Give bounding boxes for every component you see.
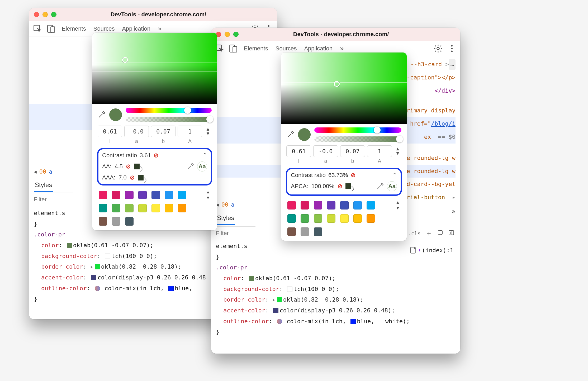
palette-swatch[interactable] — [353, 214, 362, 223]
css-value[interactable]: color-mix(in lch, — [287, 318, 346, 325]
css-property[interactable]: border-color — [41, 263, 83, 270]
color-swatch-icon[interactable] — [287, 287, 292, 292]
palette-swatch[interactable] — [112, 204, 120, 212]
palette-swatch[interactable] — [314, 227, 322, 236]
css-property[interactable]: background-color — [41, 253, 97, 259]
css-property[interactable]: border-color — [223, 296, 265, 303]
value-alpha-input[interactable]: 1 — [367, 145, 392, 157]
palette-swatch[interactable] — [138, 191, 147, 199]
css-property[interactable]: color — [41, 242, 59, 249]
palette-swatch[interactable] — [165, 191, 173, 199]
value-b-input[interactable]: 0.07 — [151, 126, 176, 137]
tab-elements[interactable]: Elements — [60, 25, 88, 32]
css-value[interactable]: color-mix(in lch, — [105, 285, 164, 292]
fix-swatch-icon[interactable] — [138, 175, 144, 180]
palette-swatch[interactable] — [125, 204, 134, 212]
palette-swatch[interactable] — [138, 204, 147, 212]
css-value[interactable]: oklab(0.82 -0.28 0.18); — [101, 263, 182, 270]
css-value[interactable]: oklab(0.61 -0.07 0.07); — [73, 242, 154, 249]
window-zoom-button[interactable] — [233, 32, 239, 37]
css-value[interactable]: lch(100 0 0); — [111, 253, 157, 259]
palette-stepper[interactable]: ▲▼ — [206, 190, 210, 200]
palette-swatch[interactable] — [178, 204, 186, 212]
chevron-up-icon[interactable]: ⌃ — [202, 152, 207, 159]
color-swatch-icon[interactable] — [273, 308, 278, 313]
cls-toggle[interactable]: .cls — [408, 230, 421, 237]
css-value[interactable]: oklab(0.61 -0.07 0.07); — [255, 275, 336, 282]
palette-swatch[interactable] — [178, 191, 186, 199]
sv-cursor[interactable] — [334, 81, 340, 87]
color-swatch-icon[interactable] — [91, 275, 96, 280]
palette-swatch[interactable] — [287, 214, 296, 223]
css-value[interactable]: lch(100 0 0); — [293, 286, 339, 292]
crumb-item[interactable]: 00 — [221, 201, 229, 208]
crumb-item[interactable]: a — [231, 201, 234, 208]
color-swatch-icon[interactable] — [379, 319, 384, 324]
palette-swatch[interactable] — [301, 227, 309, 236]
tab-application[interactable]: Application — [302, 45, 334, 52]
value-alpha-input[interactable]: 1 — [178, 126, 202, 137]
tab-styles[interactable]: Styles — [34, 179, 53, 192]
eyedropper-icon[interactable] — [376, 183, 384, 190]
css-property[interactable]: outline-color — [41, 285, 87, 292]
fix-swatch-icon[interactable] — [134, 164, 140, 169]
chevron-up-icon[interactable]: ⌃ — [392, 172, 397, 179]
palette-swatch[interactable] — [340, 201, 349, 209]
palette-swatch[interactable] — [327, 214, 335, 223]
palette-swatch[interactable] — [314, 214, 322, 223]
format-stepper[interactable]: ▲▼ — [204, 127, 212, 136]
saturation-value-field[interactable] — [281, 53, 407, 124]
palette-swatch[interactable] — [367, 201, 375, 209]
filter-input[interactable]: Filter — [216, 226, 255, 240]
sv-cursor[interactable] — [122, 57, 128, 63]
inspect-element-icon[interactable] — [33, 24, 42, 34]
overflow-tabs-icon[interactable]: » — [338, 44, 345, 53]
color-mix-icon[interactable] — [277, 319, 282, 324]
css-property[interactable]: background-color — [223, 286, 279, 292]
window-zoom-button[interactable] — [51, 12, 56, 17]
color-swatch-icon[interactable] — [105, 254, 110, 259]
css-value[interactable]: oklab(0.82 -0.28 0.18); — [283, 296, 364, 303]
value-a-input[interactable]: -0.0 — [124, 126, 149, 137]
css-property[interactable]: outline-color — [223, 318, 269, 325]
palette-swatch[interactable] — [314, 201, 322, 209]
color-swatch-icon[interactable] — [249, 276, 254, 281]
alpha-slider[interactable] — [126, 117, 212, 122]
fix-swatch-icon[interactable] — [345, 183, 351, 189]
tab-application[interactable]: Application — [120, 25, 152, 32]
overflow-tabs-icon[interactable]: » — [156, 25, 163, 33]
value-l-input[interactable]: 0.61 — [98, 126, 122, 137]
value-b-input[interactable]: 0.07 — [340, 145, 365, 157]
color-swatch-icon[interactable] — [67, 243, 72, 248]
color-swatch-icon[interactable] — [197, 286, 202, 291]
palette-stepper[interactable]: ▲▼ — [396, 200, 400, 211]
panel-layout-icon[interactable] — [448, 230, 454, 237]
palette-swatch[interactable] — [151, 191, 160, 199]
eyedropper-icon[interactable] — [187, 163, 194, 170]
css-value[interactable]: color(display-p3 0.26 0.26 0.48 — [97, 274, 206, 281]
palette-swatch[interactable] — [287, 227, 296, 236]
value-a-input[interactable]: -0.0 — [313, 145, 338, 157]
css-property[interactable]: color — [223, 275, 241, 282]
palette-swatch[interactable] — [287, 201, 296, 209]
saturation-value-field[interactable] — [92, 33, 217, 104]
value-l-input[interactable]: 0.61 — [286, 145, 311, 157]
hue-slider[interactable] — [314, 127, 401, 133]
palette-swatch[interactable] — [99, 217, 107, 226]
palette-swatch[interactable] — [99, 191, 107, 199]
aa-preview-button[interactable]: Aa — [197, 161, 207, 172]
tab-elements[interactable]: Elements — [242, 45, 270, 52]
css-property[interactable]: accent-color — [223, 307, 265, 314]
caret-left-icon[interactable]: ◀ — [34, 169, 37, 174]
color-swatch-icon[interactable] — [168, 286, 174, 291]
palette-swatch[interactable] — [353, 201, 362, 209]
format-stepper[interactable]: ▲▼ — [394, 147, 401, 155]
palette-swatch[interactable] — [125, 217, 134, 226]
filter-input[interactable]: Filter — [34, 193, 73, 206]
window-minimize-button[interactable] — [225, 32, 230, 37]
settings-icon[interactable] — [433, 44, 443, 53]
window-minimize-button[interactable] — [42, 12, 48, 17]
palette-swatch[interactable] — [301, 214, 309, 223]
tab-sources[interactable]: Sources — [92, 25, 116, 32]
color-mix-icon[interactable] — [95, 286, 100, 291]
